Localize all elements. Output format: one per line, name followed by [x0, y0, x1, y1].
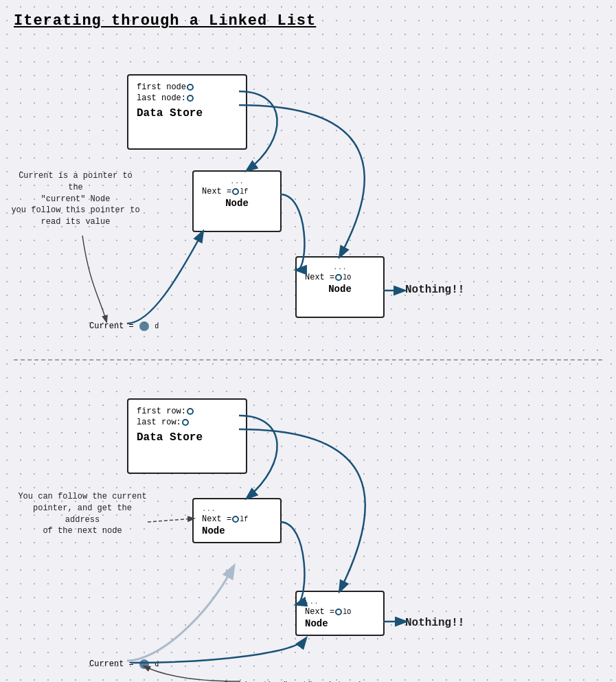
node1-top-label: Node — [202, 198, 272, 209]
node1-bottom: ... Next = lf Node — [192, 498, 282, 543]
current-label-bottom: Current = d — [89, 659, 159, 669]
node2-top-next: Next = lO — [305, 273, 375, 282]
nothing-label-bottom: Nothing!! — [405, 617, 464, 629]
node2-bot-dots: ... — [305, 598, 375, 606]
node1-top: ... Next = lf Node — [192, 170, 282, 232]
ds-line1-top: first node — [137, 82, 186, 92]
current-label-top: Current = d — [89, 321, 159, 331]
node2-bot-label: Node — [305, 618, 375, 629]
section-divider — [14, 359, 602, 361]
dot2-bot — [182, 419, 189, 426]
node2-top: ... Next = lO Node — [295, 256, 385, 318]
node1-top-next: Next = lf — [202, 187, 272, 196]
dot1-top — [187, 84, 194, 91]
node2-top-dots: ... — [305, 263, 375, 271]
annotation-bottom-top: You can follow the current pointer, and … — [17, 491, 148, 537]
page-title: Iterating through a Linked List — [0, 0, 616, 36]
dot1-bot — [187, 408, 194, 415]
bottom-diagram: first row: last row: Data Store ... Next… — [0, 364, 616, 682]
nothing-label-top: Nothing!! — [405, 284, 464, 296]
annotation-top: Current is a pointer to the "current" No… — [10, 170, 141, 228]
node1-bot-label: Node — [202, 525, 272, 536]
datastore-box-bottom: first row: last row: Data Store — [127, 398, 247, 474]
top-diagram: first node last node: Data Store ... Nex… — [0, 36, 616, 359]
node2-top-label: Node — [305, 284, 375, 295]
node1-bot-dots: ... — [202, 505, 272, 513]
dot2-top — [187, 95, 194, 102]
node2-bottom: ... Next = lO Node — [295, 591, 385, 636]
datastore-box-top: first node last node: Data Store — [127, 74, 247, 150]
node1-top-dots: ... — [202, 177, 272, 185]
ds-label-bot: Data Store — [137, 431, 238, 444]
ds-label-top: Data Store — [137, 107, 238, 120]
ds-line2-top: last node: — [137, 93, 186, 103]
ds-line1-bot: first row: — [137, 407, 186, 416]
ds-line2-bot: last row: — [137, 418, 181, 427]
